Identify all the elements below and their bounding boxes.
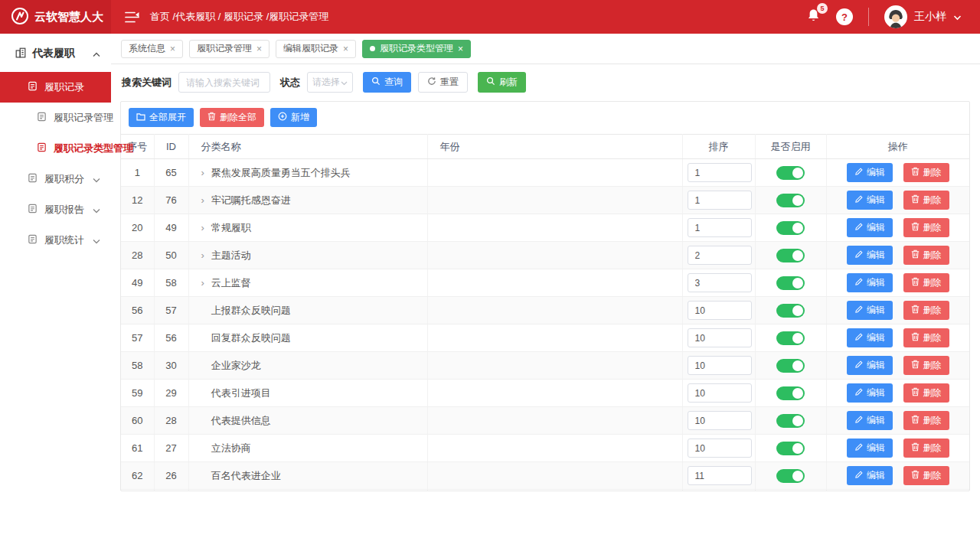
edit-button[interactable]: 编辑 bbox=[847, 439, 893, 458]
sort-input[interactable] bbox=[688, 191, 752, 210]
sort-input[interactable] bbox=[688, 383, 752, 403]
enabled-toggle[interactable] bbox=[776, 276, 805, 290]
sidebar-group-daibiaolvzhi[interactable]: 代表履职 bbox=[0, 34, 111, 72]
row-category-name: ›上报群众反映问题 bbox=[188, 297, 427, 324]
sidebar-collapse-icon[interactable] bbox=[125, 11, 139, 23]
tab-lvzhi-jilu-leixing-guanli[interactable]: 履职记录类型管理 × bbox=[362, 40, 471, 58]
search-icon bbox=[371, 77, 381, 88]
edit-button[interactable]: 编辑 bbox=[847, 246, 893, 265]
edit-button[interactable]: 编辑 bbox=[847, 328, 893, 347]
enabled-toggle[interactable] bbox=[776, 331, 805, 345]
breadcrumb: 首页 /代表履职 / 履职记录 /履职记录管理 bbox=[150, 10, 328, 24]
enabled-toggle[interactable] bbox=[776, 194, 805, 207]
sort-input[interactable] bbox=[688, 218, 752, 237]
edit-button[interactable]: 编辑 bbox=[847, 218, 893, 237]
sort-input[interactable] bbox=[688, 466, 752, 485]
close-icon[interactable]: × bbox=[256, 44, 262, 54]
chevron-down-icon bbox=[93, 204, 100, 216]
expand-arrow-icon[interactable]: › bbox=[201, 277, 204, 289]
enabled-toggle[interactable] bbox=[776, 166, 805, 180]
tab-bianji-lvzhi-jilu[interactable]: 编辑履职记录 × bbox=[276, 40, 356, 58]
sidebar-item-lvzhi-jifen[interactable]: 履职积分 bbox=[0, 164, 111, 194]
edit-button[interactable]: 编辑 bbox=[847, 163, 893, 182]
expand-arrow-icon[interactable]: › bbox=[201, 222, 204, 233]
enabled-toggle[interactable] bbox=[776, 221, 805, 235]
delete-button[interactable]: 删除 bbox=[903, 411, 949, 430]
delete-button[interactable]: 删除 bbox=[903, 246, 949, 265]
expand-arrow-icon[interactable]: › bbox=[201, 194, 204, 206]
toggle-knob bbox=[792, 416, 803, 426]
sidebar-item-lvzhi-jilu-leixing-guanli[interactable]: 履职记录类型管理 bbox=[0, 133, 111, 164]
help-button[interactable]: ? bbox=[836, 8, 853, 25]
tab-system-info[interactable]: 系统信息 × bbox=[121, 40, 183, 58]
enabled-toggle[interactable] bbox=[776, 359, 805, 373]
enabled-toggle[interactable] bbox=[776, 442, 805, 455]
sidebar-item-lvzhi-tongji[interactable]: 履职统计 bbox=[0, 225, 111, 256]
row-sort-cell bbox=[682, 490, 755, 492]
edit-button[interactable]: 编辑 bbox=[847, 411, 893, 430]
close-icon[interactable]: × bbox=[170, 44, 175, 54]
add-button[interactable]: 新增 bbox=[270, 108, 317, 127]
delete-button[interactable]: 删除 bbox=[903, 439, 949, 458]
row-seq: 28 bbox=[121, 242, 154, 269]
expand-arrow-icon[interactable]: › bbox=[201, 167, 204, 178]
sort-input[interactable] bbox=[688, 411, 752, 430]
user-menu[interactable]: 王小样 bbox=[884, 5, 962, 28]
row-actions-cell: 编辑 删除 bbox=[826, 214, 969, 242]
trash-icon bbox=[911, 387, 920, 399]
sort-input[interactable] bbox=[688, 163, 752, 182]
delete-button[interactable]: 删除 bbox=[903, 383, 949, 403]
sidebar-item-lvzhi-baogao[interactable]: 履职报告 bbox=[0, 194, 111, 225]
table-row: 60 28 ›代表提供信息 编辑 删除 bbox=[121, 407, 969, 435]
edit-button[interactable]: 编辑 bbox=[847, 466, 893, 485]
edit-button[interactable]: 编辑 bbox=[847, 356, 893, 375]
row-actions-cell: 编辑 删除 bbox=[826, 159, 969, 187]
sort-input[interactable] bbox=[688, 246, 752, 265]
table-card: 全部展开 删除全部 新增 bbox=[120, 101, 970, 491]
expand-arrow-icon[interactable]: › bbox=[201, 249, 204, 261]
delete-button[interactable]: 删除 bbox=[903, 301, 949, 320]
row-sort-cell bbox=[682, 407, 755, 435]
delete-all-button[interactable]: 删除全部 bbox=[200, 108, 264, 127]
sort-input[interactable] bbox=[688, 301, 752, 320]
delete-button[interactable]: 删除 bbox=[903, 191, 949, 210]
delete-button[interactable]: 删除 bbox=[903, 273, 949, 292]
status-select[interactable]: 请选择 bbox=[307, 72, 353, 93]
notifications-button[interactable]: 5 bbox=[806, 8, 821, 26]
row-enabled-cell bbox=[755, 435, 826, 462]
edit-button[interactable]: 编辑 bbox=[847, 273, 893, 292]
delete-button[interactable]: 删除 bbox=[903, 218, 949, 237]
query-button[interactable]: 查询 bbox=[363, 72, 411, 93]
delete-button-label: 删除 bbox=[923, 249, 942, 262]
edit-button[interactable]: 编辑 bbox=[847, 301, 893, 320]
add-label: 新增 bbox=[291, 111, 309, 124]
refresh-button[interactable]: 刷新 bbox=[478, 72, 526, 93]
trash-icon bbox=[911, 277, 920, 289]
sort-input[interactable] bbox=[688, 328, 752, 347]
edit-button[interactable]: 编辑 bbox=[847, 191, 893, 210]
keyword-input[interactable] bbox=[178, 72, 270, 93]
sidebar-item-lvzhi-jilu-guanli[interactable]: 履职记录管理 bbox=[0, 103, 111, 133]
enabled-toggle[interactable] bbox=[776, 304, 805, 318]
delete-button[interactable]: 删除 bbox=[903, 328, 949, 347]
delete-button[interactable]: 删除 bbox=[903, 163, 949, 182]
table-header-row: 序号 ID 分类名称 年份 排序 是否启用 操作 bbox=[121, 135, 969, 159]
delete-button[interactable]: 删除 bbox=[903, 356, 949, 375]
delete-button[interactable]: 删除 bbox=[903, 466, 949, 485]
reset-button[interactable]: 重置 bbox=[418, 72, 468, 93]
enabled-toggle[interactable] bbox=[776, 469, 805, 483]
close-icon[interactable]: × bbox=[458, 44, 463, 54]
enabled-toggle[interactable] bbox=[776, 386, 805, 400]
enabled-toggle[interactable] bbox=[776, 249, 805, 262]
sidebar-item-lvzhi-jilu[interactable]: 履职记录 bbox=[0, 72, 111, 103]
row-id: 28 bbox=[154, 407, 188, 435]
close-icon[interactable]: × bbox=[343, 44, 348, 54]
enabled-toggle[interactable] bbox=[776, 414, 805, 428]
tab-lvzhi-jilu-guanli[interactable]: 履职记录管理 × bbox=[189, 40, 270, 58]
row-category-name: ›代表引进项目 bbox=[188, 380, 427, 407]
edit-button[interactable]: 编辑 bbox=[847, 383, 893, 403]
expand-all-button[interactable]: 全部展开 bbox=[129, 108, 194, 127]
sort-input[interactable] bbox=[688, 356, 752, 375]
sort-input[interactable] bbox=[688, 273, 752, 292]
sort-input[interactable] bbox=[688, 439, 752, 458]
